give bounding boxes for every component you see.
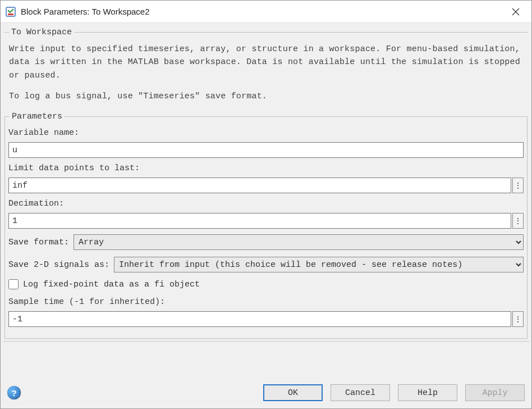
description-legend: To Workspace	[9, 28, 74, 37]
close-button[interactable]	[501, 1, 530, 22]
decimation-more-button[interactable]: ⋮	[512, 213, 524, 229]
save-2d-select[interactable]: Inherit from input (this choice will be …	[114, 257, 524, 272]
log-fi-label: Log fixed-point data as a fi object	[23, 280, 200, 289]
parameters-group: Parameters Variable name: Limit data poi…	[4, 112, 528, 339]
save-format-row: Save format: Array	[8, 234, 524, 250]
save-format-select[interactable]: Array	[74, 234, 524, 250]
limit-label: Limit data points to last:	[8, 163, 524, 173]
variable-name-row: Variable name:	[8, 128, 524, 158]
footer: ? OK Cancel Help Apply	[1, 377, 531, 408]
separator	[3, 341, 529, 342]
decimation-input[interactable]	[8, 213, 511, 229]
titlebar[interactable]: Block Parameters: To Workspace2	[1, 1, 531, 23]
window-title: Block Parameters: To Workspace2	[21, 7, 501, 16]
dialog-body: To Workspace Write input to specified ti…	[1, 23, 531, 377]
sample-time-more-button[interactable]: ⋮	[512, 311, 524, 327]
sample-time-label: Sample time (-1 for inherited):	[8, 297, 524, 307]
app-icon	[5, 6, 16, 17]
description-text-1: Write input to specified timeseries, arr…	[8, 40, 524, 88]
sample-time-input[interactable]	[8, 311, 511, 327]
description-group: To Workspace Write input to specified ti…	[4, 28, 528, 110]
decimation-row: Decimation: ⋮	[8, 199, 524, 229]
context-help-icon[interactable]: ?	[7, 386, 21, 399]
decimation-label: Decimation:	[8, 199, 524, 208]
description-text-2: To log a bus signal, use "Timeseries" sa…	[8, 88, 524, 108]
apply-button[interactable]: Apply	[465, 384, 525, 401]
ok-button[interactable]: OK	[263, 384, 323, 401]
limit-more-button[interactable]: ⋮	[512, 178, 524, 193]
save-format-label: Save format:	[8, 238, 69, 247]
variable-name-label: Variable name:	[8, 128, 524, 138]
variable-name-input[interactable]	[8, 142, 524, 158]
log-fi-checkbox[interactable]	[8, 279, 19, 289]
log-fi-row: Log fixed-point data as a fi object	[8, 279, 524, 289]
limit-row: Limit data points to last: ⋮	[8, 163, 524, 193]
save-2d-label: Save 2-D signals as:	[8, 260, 109, 270]
save-2d-row: Save 2-D signals as: Inherit from input …	[8, 257, 524, 272]
svg-rect-1	[8, 13, 13, 15]
cancel-button[interactable]: Cancel	[331, 384, 390, 401]
limit-input[interactable]	[8, 178, 511, 193]
parameters-legend: Parameters	[10, 112, 65, 121]
sample-time-row: Sample time (-1 for inherited): ⋮	[8, 297, 524, 327]
help-button[interactable]: Help	[398, 384, 457, 401]
